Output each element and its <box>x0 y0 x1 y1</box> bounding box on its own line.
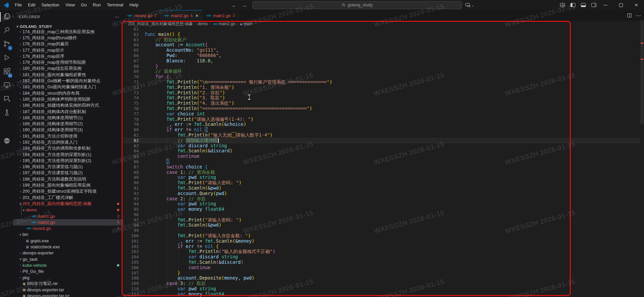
code-line-61[interactable]: 61 <box>123 27 640 32</box>
line-number[interactable]: 86 <box>123 159 139 164</box>
line-number[interactable]: 68 <box>123 64 139 69</box>
code-line-68[interactable]: 68 } <box>123 64 640 69</box>
code-area[interactable]: 6162func main() {63 // 初始化账户64 account :… <box>123 27 640 297</box>
code-line-109[interactable]: 109 case 3: // 取款 <box>123 281 640 286</box>
code-line-76[interactable]: 76 fmt.Println("========================… <box>123 106 640 111</box>
menu-edit[interactable]: Edit <box>25 0 38 10</box>
code-line-69[interactable]: 69 // 菜单循环 <box>123 69 640 74</box>
tree-item-main2.go[interactable]: ~GOmain2.go5 <box>13 219 123 225</box>
line-number[interactable]: 61 <box>123 27 139 32</box>
tree-item-gopls.exe[interactable]: ▦gopls.exe <box>13 238 123 244</box>
code-line-62[interactable]: 62func main() { <box>123 32 640 37</box>
menu-help[interactable]: Help <box>126 0 141 10</box>
explorer-more-actions-button[interactable]: ⋯ <box>115 14 119 19</box>
tree-item-180_尚硅谷_map综合应用实例[interactable]: ›180_尚硅谷_map综合应用实例 <box>13 66 123 72</box>
menu-file[interactable]: File <box>12 0 25 10</box>
code-line-72[interactable]: 72 fmt.Println("1. 查询余额") <box>123 85 640 90</box>
line-number[interactable]: 100 <box>123 233 139 239</box>
line-number[interactable]: 82 <box>123 138 139 143</box>
line-number[interactable]: 69 <box>123 69 139 74</box>
tree-item-185_尚硅谷_结构体声明和使用陷阱[interactable]: ›185_尚硅谷_结构体声明和使用陷阱 <box>13 96 123 102</box>
tree-item-194_尚硅谷_方法使用的深度剖析(1)[interactable]: ›194_尚硅谷_方法使用的深度剖析(1) <box>13 152 123 158</box>
tree-item-187_尚硅谷_结构体内存分配机制[interactable]: ›187_尚硅谷_结构体内存分配机制 <box>13 109 123 115</box>
tree-item-devops-exporter[interactable]: ›devops-exporter <box>13 250 123 256</box>
tree-item-177_尚硅谷_map切片[interactable]: ›177_尚硅谷_map切片 <box>13 47 123 53</box>
tree-item-197_尚硅谷_方法课堂练习题(2)[interactable]: ›197_尚硅谷_方法课堂练习题(2) <box>13 170 123 176</box>
split-editor-button[interactable] <box>627 13 632 17</box>
toggle-primary-sidebar-button[interactable] <box>570 3 575 7</box>
code-line-99[interactable]: 99 <box>123 228 640 233</box>
code-line-79[interactable]: 79 _, err := fmt.Scanln(&choice) <box>123 122 640 127</box>
tree-item-198_尚硅谷_方法和函数区别说明[interactable]: ›198_尚硅谷_方法和函数区别说明 <box>13 176 123 182</box>
code-line-98[interactable]: 98 fmt.Scanln(&pwd) <box>123 222 640 228</box>
activity-testing-button[interactable] <box>0 106 13 120</box>
nav-back-button[interactable]: ← <box>231 2 238 8</box>
code-line-66[interactable]: 66 Pwd: "666666", <box>123 53 640 58</box>
line-number[interactable]: 92 <box>123 191 139 196</box>
tree-item-devops-exporter.tar.gz[interactable]: ▣devops-exporter.tar.gz <box>13 293 123 297</box>
code-line-88[interactable]: 88 case 1: // 查询余额 <box>123 170 640 175</box>
line-number[interactable]: 110 <box>123 286 139 292</box>
customize-layout-button[interactable] <box>560 3 565 7</box>
tree-item-200_尚硅谷_创建struct实例指定字段值[interactable]: ›200_尚硅谷_创建struct实例指定字段值 <box>13 189 123 195</box>
line-number[interactable]: 67 <box>123 58 139 64</box>
tree-item-P9_Go_file[interactable]: ›P9_Go_file <box>13 268 123 275</box>
tree-item-178_尚硅谷_map排序[interactable]: ›178_尚硅谷_map排序 <box>13 53 123 59</box>
line-number[interactable]: 108 <box>123 276 139 281</box>
tree-item-201_尚硅谷_工厂模式详解[interactable]: ›201_尚硅谷_工厂模式详解 <box>13 195 123 201</box>
code-line-84[interactable]: 84 fmt.Scanln(&discard) <box>123 148 640 154</box>
line-number[interactable]: 85 <box>123 154 139 159</box>
line-number[interactable]: 107 <box>123 270 139 276</box>
window-restore-button[interactable] <box>613 0 629 10</box>
code-line-70[interactable]: 70 for { <box>123 74 640 80</box>
activity-run-debug-button[interactable] <box>0 51 13 65</box>
line-number[interactable]: 106 <box>123 265 139 270</box>
tree-item-195_尚硅谷_方法使用的深度剖析(2)[interactable]: ›195_尚硅谷_方法使用的深度剖析(2) <box>13 158 123 164</box>
code-line-108[interactable]: 108 account.Deposite(money, pwd) <box>123 276 640 281</box>
breadcrumb-item-demo[interactable]: demo <box>198 21 208 26</box>
tree-item-demo[interactable]: ∨demo <box>13 207 123 213</box>
code-line-101[interactable]: 101 _, err := fmt.Scanln(&money) <box>123 239 640 244</box>
line-number[interactable]: 88 <box>123 170 139 175</box>
line-number[interactable]: 73 <box>123 90 139 96</box>
code-line-104[interactable]: 104 var discard string <box>123 254 640 260</box>
tree-item-190_尚硅谷_结构体使用细节(3)[interactable]: ›190_尚硅谷_结构体使用细节(3) <box>13 127 123 133</box>
line-number[interactable]: 63 <box>123 37 139 43</box>
menu-run[interactable]: Run <box>90 0 104 10</box>
overview-ruler-scrollbar[interactable] <box>640 10 644 297</box>
tree-item-184_尚硅谷_struct的内存布局[interactable]: ›184_尚硅谷_struct的内存布局 <box>13 90 123 96</box>
line-number[interactable]: 91 <box>123 186 139 191</box>
tree-item-bin[interactable]: ∨bin <box>13 232 123 238</box>
tree-item-199_尚硅谷_面向对象编程应用实例[interactable]: ›199_尚硅谷_面向对象编程应用实例 <box>13 182 123 188</box>
line-number[interactable]: 97 <box>123 217 139 223</box>
line-number[interactable]: 75 <box>123 101 139 106</box>
tree-item-go_task[interactable]: ∨go_task <box>13 256 123 262</box>
tree-item-188_尚硅谷_结构体使用细节(1)[interactable]: ›188_尚硅谷_结构体使用细节(1) <box>13 115 123 121</box>
code-line-65[interactable]: 65 AccountNo: "gs111", <box>123 48 640 53</box>
code-line-71[interactable]: 71 fmt.Println("\n============== 银行账户管理系… <box>123 80 640 85</box>
tree-item-176_尚硅谷_map的遍历[interactable]: ›176_尚硅谷_map的遍历 <box>13 41 123 47</box>
tree-item-B站学习笔记.rar[interactable]: ▣B站学习笔记.rar <box>13 281 123 287</box>
code-line-105[interactable]: 105 fmt.Scanln(&discard) <box>123 260 640 265</box>
line-number[interactable]: 81 <box>123 133 139 138</box>
line-number[interactable]: 101 <box>123 239 139 244</box>
code-line-64[interactable]: 64 account := Account{ <box>123 42 640 48</box>
code-line-97[interactable]: 97 fmt.Print("请输入密码: ") <box>123 217 640 223</box>
code-line-93[interactable]: 93 case 2: // 存款 <box>123 196 640 202</box>
menu-go[interactable]: Go <box>78 0 90 10</box>
tree-item-kube-vehicle[interactable]: ›kube-vehicle <box>13 262 123 268</box>
breadcrumb-item-main2.go[interactable]: ~GOmain2.go <box>212 21 235 26</box>
line-number[interactable]: 72 <box>123 85 139 90</box>
code-line-107[interactable]: 107 } <box>123 270 640 276</box>
activity-python-button[interactable] <box>0 120 13 134</box>
tree-item-196_尚硅谷_方法课堂练习题(1)[interactable]: ›196_尚硅谷_方法课堂练习题(1) <box>13 164 123 170</box>
tree-item-record.go[interactable]: ~GOrecord.go1 <box>13 226 123 232</box>
line-number[interactable]: 66 <box>123 53 139 58</box>
tree-item-174_尚硅谷_map三种用法和应用实例[interactable]: ›174_尚硅谷_map三种用法和应用实例 <box>13 29 123 35</box>
tree-item-192_尚硅谷_方法的快速入门[interactable]: ›192_尚硅谷_方法的快速入门 <box>13 139 123 145</box>
code-line-73[interactable]: 73 fmt.Println("2. 存款") <box>123 90 640 96</box>
code-line-106[interactable]: 106 continue <box>123 265 640 270</box>
tree-item-189_尚硅谷_结构体使用细节(2)[interactable]: ›189_尚硅谷_结构体使用细节(2) <box>13 121 123 127</box>
window-close-button[interactable]: ✕ <box>629 0 644 10</box>
remote-tunnel-button[interactable]: ⌄ <box>465 3 474 7</box>
